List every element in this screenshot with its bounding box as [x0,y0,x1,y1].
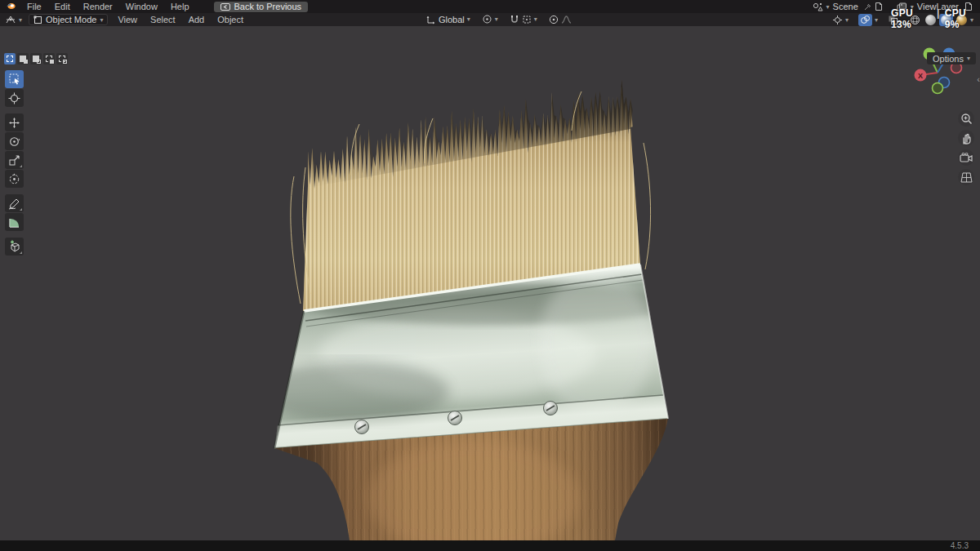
object-mode-icon [33,16,42,24]
transform-icon [8,173,20,185]
tool-move-button[interactable] [5,113,24,131]
menu-file[interactable]: File [20,2,48,11]
options-label: Options [933,54,964,64]
menu-edit[interactable]: Edit [48,2,77,11]
axis-y-negative[interactable] [933,83,943,94]
pivot-point-icon [482,14,492,24]
orientation-global-icon [426,15,436,24]
sidebar-collapse-arrow[interactable]: ‹ [977,74,980,84]
chevron-down-icon: ▾ [845,16,849,24]
tool-options-button[interactable]: Options ▾ [927,52,976,64]
viewport-header: ▾ Object Mode ▾ View Select Add Object G… [0,13,980,26]
chevron-down-icon: ▾ [534,16,537,23]
tool-measure-button[interactable] [5,213,24,231]
tool-transform-button[interactable] [5,170,24,188]
viewport-nav-buttons [957,110,975,185]
scene-name: Scene [833,2,858,11]
camera-view-button[interactable] [958,149,974,166]
left-toolbar [5,70,24,256]
editor-3d-viewport-icon [5,15,16,24]
move-icon [8,117,20,129]
rotate-icon [8,136,20,148]
pin-icon[interactable] [863,2,872,11]
mode-label: Object Mode [46,15,96,24]
scene-selector[interactable]: ▾ Scene [809,2,862,11]
scene-icon [813,2,823,11]
topbar: File Edit Render Window Help Back to Pre… [0,0,980,13]
pivot-point-dropdown[interactable]: ▾ [479,14,501,24]
blender-logo-icon[interactable] [0,0,20,14]
camera-icon [960,153,973,163]
tool-rotate-button[interactable] [5,132,24,150]
show-overlays-toggle[interactable]: ▾ [855,14,881,26]
chevron-down-icon: ▾ [875,16,878,24]
menu-select[interactable]: Select [144,15,182,24]
chevron-down-icon: ▾ [967,55,970,62]
scale-icon [8,154,20,167]
select-mode-set-button[interactable] [4,53,16,64]
measure-icon [8,216,20,229]
hand-icon [960,132,973,144]
menu-window[interactable]: Window [119,2,164,11]
chevron-down-icon: ▾ [467,16,470,23]
new-scene-icon[interactable] [874,2,884,11]
back-to-previous-label: Back to Previous [234,2,302,11]
blender-window: File Edit Render Window Help Back to Pre… [0,0,980,551]
tool-annotate-button[interactable] [5,194,24,212]
orientation-label: Global [439,15,465,24]
show-gizmo-dropdown[interactable]: ▾ [829,15,852,25]
proportional-falloff-icon [561,15,572,24]
tool-add-cube-button[interactable] [5,238,24,256]
paintbrush-render [0,25,980,540]
magnet-icon [510,15,519,24]
menu-add[interactable]: Add [182,15,212,24]
zoom-button[interactable] [958,110,974,127]
back-to-previous-button[interactable]: Back to Previous [214,2,309,12]
transform-orientation-dropdown[interactable]: Global ▾ [423,15,474,24]
tool-select-box-button[interactable] [5,70,24,88]
cpu-usage: CPU 9% [945,7,980,30]
axis-x-label: X [918,72,923,80]
gpu-usage: GPU 13% [891,7,932,30]
cursor-icon [8,92,20,104]
performance-overlay: GPU 13% | CPU 9% [891,7,980,30]
editor-type-button[interactable]: ▾ [0,15,25,24]
select-mode-subtract-button[interactable] [30,53,42,64]
select-mode-intersect-button[interactable] [56,53,68,64]
tool-scale-button[interactable] [5,151,24,169]
menu-object[interactable]: Object [211,15,250,24]
menu-help[interactable]: Help [164,2,196,11]
divider: | [937,7,940,30]
orthographic-toggle-button[interactable] [958,169,974,185]
has-more-indicator [20,208,22,211]
menu-render[interactable]: Render [77,2,119,11]
select-mode-extend-button[interactable] [17,53,29,64]
pan-button[interactable] [958,130,974,146]
select-mode-invert-button[interactable] [43,53,55,64]
proportional-editing-controls[interactable] [546,15,575,24]
workspace-back-icon [220,3,230,11]
snap-target-icon [522,15,532,24]
viewport-3d[interactable]: Options ▾ [0,25,980,540]
perspective-grid-icon [960,171,973,184]
chevron-down-icon: ▾ [19,16,22,24]
chevron-down-icon: ▾ [100,16,103,24]
chevron-down-icon: ▾ [495,16,498,23]
has-more-indicator [20,165,22,167]
tool-cursor-button[interactable] [5,89,24,107]
snap-controls[interactable]: ▾ [506,15,541,24]
status-bar: 4.5.3 [0,540,980,551]
gizmos-icon [832,15,843,25]
mode-dropdown[interactable]: Object Mode ▾ [29,14,108,25]
blender-version: 4.5.3 [951,541,969,550]
annotate-pencil-icon [8,198,20,210]
tool-settings-bar: Options ▾ [0,51,980,66]
magnifier-plus-icon [960,113,973,125]
chevron-down-icon: ▾ [826,3,830,11]
proportional-editing-icon [549,15,559,24]
menu-view[interactable]: View [111,15,144,24]
overlays-icon [860,15,871,25]
select-box-icon [9,73,20,85]
has-more-indicator [20,251,22,254]
